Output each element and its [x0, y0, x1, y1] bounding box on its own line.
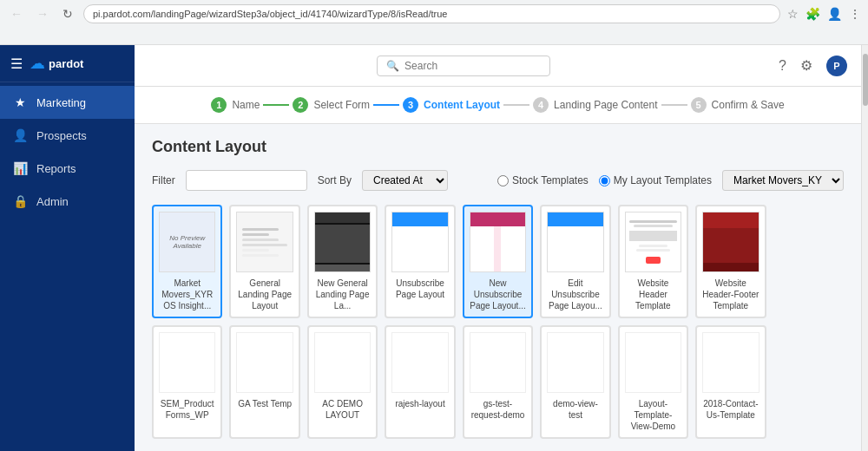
wizard-step-1[interactable]: 1 Name: [211, 97, 260, 113]
template-thumb-contact-us-template: [702, 332, 759, 393]
template-thumb-new-unsubscribe: [470, 212, 526, 272]
template-dropdown[interactable]: Market Movers_KYROS Insigh...: [722, 170, 844, 191]
radio-stock-label: Stock Templates: [512, 174, 589, 186]
template-thumb-website-header: [625, 212, 681, 272]
template-thumb-general-landing: [236, 212, 293, 272]
reports-icon: 📊: [12, 160, 28, 176]
sidebar-item-marketing[interactable]: ★ Marketing: [0, 86, 135, 119]
step-label-1: Name: [232, 99, 260, 111]
step-label-3: Content Layout: [424, 99, 500, 111]
sidebar-item-admin[interactable]: 🔒 Admin: [0, 185, 135, 218]
hamburger-icon[interactable]: ☰: [10, 56, 23, 72]
template-name-new-general-landing: New General Landing Page La...: [314, 278, 371, 311]
radio-stock-input[interactable]: [497, 175, 509, 186]
sidebar-nav: ★ Marketing 👤 Prospects 📊 Reports 🔒 Admi…: [0, 82, 135, 451]
admin-icon: 🔒: [12, 193, 28, 209]
template-card-website-header-footer[interactable]: Website Header-Footer Template: [695, 205, 766, 318]
sidebar-item-reports-label: Reports: [36, 162, 76, 175]
template-grid-row1: No PreviewAvailable Market Movers_KYROS …: [152, 205, 844, 318]
sidebar-item-reports[interactable]: 📊 Reports: [0, 152, 135, 185]
template-name-edit-unsubscribe: Edit Unsubscribe Page Layou...: [547, 278, 603, 311]
template-thumb-sem-product: [159, 332, 215, 393]
template-card-ac-demo[interactable]: AC DEMO LAYOUT: [307, 325, 378, 439]
template-card-general-landing[interactable]: General Landing Page Layout: [229, 205, 299, 318]
template-thumb-ac-demo: [314, 332, 371, 393]
template-thumb-market-movers: No PreviewAvailable: [159, 212, 215, 272]
sidebar-item-prospects-label: Prospects: [36, 129, 87, 142]
template-name-rajesh-layout: rajesh-layout: [395, 398, 444, 409]
template-name-ga-test-temp: GA Test Temp: [238, 398, 292, 409]
step-label-4: Landing Page Content: [554, 99, 657, 111]
marketing-icon: ★: [12, 95, 28, 110]
help-icon[interactable]: ?: [779, 58, 786, 74]
step-num-5: 5: [691, 97, 707, 113]
wizard-step-5[interactable]: 5 Confirm & Save: [691, 97, 785, 113]
radio-group: Stock Templates My Layout Templates Mark…: [497, 170, 844, 191]
template-card-demo-view-test[interactable]: demo-view-test: [540, 325, 610, 439]
template-thumb-rajesh-layout: [391, 332, 448, 393]
template-card-ga-test-temp[interactable]: GA Test Temp: [229, 325, 299, 439]
back-button[interactable]: ←: [7, 5, 26, 23]
step-num-2: 2: [293, 97, 308, 113]
step-num-4: 4: [533, 97, 549, 113]
template-card-market-movers[interactable]: No PreviewAvailable Market Movers_KYROS …: [152, 205, 222, 318]
step-connector-4: [661, 104, 687, 106]
step-num-1: 1: [211, 97, 227, 113]
sidebar-header: ☰ ☁ pardot: [0, 45, 135, 82]
page-title: Content Layout: [152, 138, 844, 156]
template-thumb-ga-test-temp: [236, 332, 293, 393]
sidebar-logo: ☁ pardot: [30, 54, 83, 73]
filter-input[interactable]: [186, 170, 307, 191]
step-label-5: Confirm & Save: [712, 99, 785, 111]
bookmark-icon[interactable]: ☆: [787, 7, 799, 21]
template-name-ac-demo: AC DEMO LAYOUT: [314, 398, 371, 421]
step-connector-3: [503, 104, 529, 106]
template-thumb-edit-unsubscribe: [547, 212, 603, 272]
profile-icon[interactable]: 👤: [827, 7, 842, 21]
reload-button[interactable]: ↻: [59, 5, 76, 23]
sort-select[interactable]: Created At Name Updated At: [362, 170, 448, 191]
app-wrapper: ☰ ☁ pardot ★ Marketing 👤 Prospects 📊 Rep…: [0, 45, 868, 451]
template-card-website-header[interactable]: Website Header Template: [618, 205, 688, 318]
template-card-gs-test-request[interactable]: gs-test-request-demo: [463, 325, 533, 439]
wizard-step-3[interactable]: 3 Content Layout: [403, 97, 500, 113]
radio-stock-templates[interactable]: Stock Templates: [497, 174, 589, 186]
menu-icon[interactable]: ⋮: [849, 7, 861, 21]
radio-my-label: My Layout Templates: [614, 174, 712, 186]
template-card-sem-product[interactable]: SEM_Product Forms_WP: [152, 325, 222, 439]
sidebar-item-admin-label: Admin: [36, 195, 69, 208]
template-name-general-landing: General Landing Page Layout: [236, 278, 293, 311]
radio-my-input[interactable]: [599, 175, 610, 186]
search-box[interactable]: 🔍: [377, 56, 550, 76]
filter-bar: Filter Sort By Created At Name Updated A…: [152, 170, 844, 191]
page-content: 1 Name 2 Select Form 3 Content Layout: [135, 87, 861, 451]
right-scrollbar[interactable]: [861, 45, 868, 451]
address-bar[interactable]: [83, 4, 780, 23]
sidebar: ☰ ☁ pardot ★ Marketing 👤 Prospects 📊 Rep…: [0, 45, 135, 451]
search-input[interactable]: [404, 60, 541, 72]
template-name-new-unsubscribe: New Unsubscribe Page Layout...: [470, 278, 526, 311]
template-card-layout-template-view[interactable]: Layout-Template-View-Demo: [618, 325, 688, 439]
template-name-sem-product: SEM_Product Forms_WP: [159, 398, 215, 421]
template-card-new-unsubscribe[interactable]: New Unsubscribe Page Layout...: [463, 205, 533, 318]
template-card-rajesh-layout[interactable]: rajesh-layout: [385, 325, 455, 439]
sidebar-item-prospects[interactable]: 👤 Prospects: [0, 119, 135, 152]
radio-my-templates[interactable]: My Layout Templates: [599, 174, 712, 186]
template-card-unsubscribe[interactable]: Unsubscribe Page Layout: [385, 205, 455, 318]
template-name-gs-test-request: gs-test-request-demo: [470, 398, 526, 421]
avatar[interactable]: P: [826, 56, 847, 76]
template-card-new-general-landing[interactable]: New General Landing Page La...: [307, 205, 378, 318]
template-card-edit-unsubscribe[interactable]: Edit Unsubscribe Page Layou...: [540, 205, 610, 318]
pardot-logo-text: pardot: [49, 57, 83, 70]
wizard-step-4[interactable]: 4 Landing Page Content: [533, 97, 657, 113]
prospects-icon: 👤: [12, 127, 28, 143]
settings-icon[interactable]: ⚙: [800, 57, 812, 74]
wizard-step-2[interactable]: 2 Select Form: [293, 97, 370, 113]
browser-chrome: ← → ↻ ☆ 🧩 👤 ⋮: [0, 0, 868, 45]
extension-icon[interactable]: 🧩: [806, 7, 820, 21]
template-name-unsubscribe: Unsubscribe Page Layout: [391, 278, 448, 300]
forward-button[interactable]: →: [33, 5, 52, 23]
template-card-contact-us-template[interactable]: 2018-Contact-Us-Template: [695, 325, 766, 439]
template-thumb-layout-template-view: [625, 332, 681, 393]
template-name-website-header: Website Header Template: [625, 278, 681, 311]
